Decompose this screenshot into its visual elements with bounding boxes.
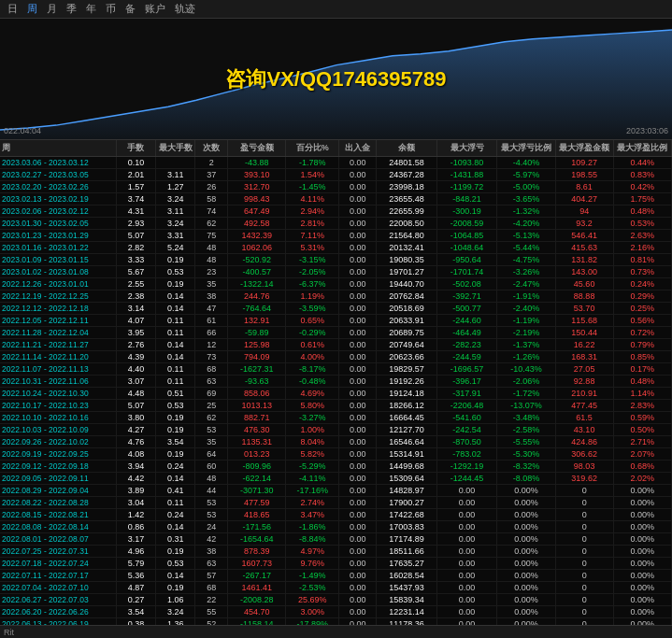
table-row[interactable]: 2022.12.05 - 2022.12.114.070.1161132.910… xyxy=(0,315,672,327)
nav-week[interactable]: 周 xyxy=(27,2,37,16)
col-header-trades: 次数 xyxy=(195,140,228,157)
table-cell: -2.06% xyxy=(497,376,555,388)
table-cell: 0.00 xyxy=(436,594,497,606)
table-row[interactable]: 2023.01.23 - 2023.01.295.073.31751432.39… xyxy=(0,230,672,242)
table-row[interactable]: 2022.10.10 - 2022.10.163.800.1962882.71-… xyxy=(0,412,672,424)
table-container[interactable]: 周 手数 最大手数 次数 盈亏金额 百分比% 出入金 余额 最大浮亏 最大浮亏比… xyxy=(0,140,672,638)
table-row[interactable]: 2022.12.12 - 2022.12.183.140.1447-764.64… xyxy=(0,303,672,315)
table-cell: 1461.41 xyxy=(228,582,286,594)
nav-account[interactable]: 账户 xyxy=(145,2,165,16)
table-cell: 5.07 xyxy=(116,400,155,412)
table-cell: 013.23 xyxy=(228,448,286,461)
table-row[interactable]: 2022.12.26 - 2023.01.012.550.1935-1322.1… xyxy=(0,278,672,291)
table-cell: 0.81% xyxy=(613,254,671,266)
table-row[interactable]: 2022.09.19 - 2022.09.254.080.1964013.235… xyxy=(0,448,672,461)
table-row[interactable]: 2022.07.25 - 2022.07.314.960.1938878.394… xyxy=(0,546,672,558)
table-cell: 312.70 xyxy=(228,181,286,193)
table-row[interactable]: 2023.02.06 - 2023.02.124.313.1174647.492… xyxy=(0,206,672,218)
table-cell: 2.83% xyxy=(613,400,671,412)
table-cell: 2023.01.16 - 2023.01.22 xyxy=(0,242,116,254)
table-row[interactable]: 2022.09.12 - 2022.09.183.940.2460-809.96… xyxy=(0,461,672,473)
nav-track[interactable]: 轨迹 xyxy=(175,2,195,16)
bottom-text: Rit xyxy=(4,628,14,637)
table-cell: 0.17% xyxy=(613,363,671,376)
table-row[interactable]: 2022.08.29 - 2022.09.043.890.4144-3071.3… xyxy=(0,485,672,497)
table-cell: 647.49 xyxy=(228,206,286,218)
table-cell: 418.65 xyxy=(228,509,286,521)
table-cell: 1.14% xyxy=(613,388,671,400)
table-cell: 20749.64 xyxy=(377,339,437,351)
table-cell: 0.53 xyxy=(156,400,195,412)
table-cell: 2022.07.11 - 2022.07.17 xyxy=(0,570,116,582)
table-cell: 0.50% xyxy=(613,424,671,436)
table-row[interactable]: 2023.02.20 - 2023.02.261.571.2726312.70-… xyxy=(0,181,672,193)
table-row[interactable]: 2023.03.06 - 2023.03.120.102-43.88-1.78%… xyxy=(0,157,672,169)
table-cell: -5.97% xyxy=(497,169,555,181)
table-cell: 454.70 xyxy=(228,606,286,618)
table-row[interactable]: 2023.02.13 - 2023.02.193.743.2458998.434… xyxy=(0,193,672,206)
table-cell: 0 xyxy=(555,497,613,509)
table-row[interactable]: 2023.01.30 - 2023.02.052.933.2462492.582… xyxy=(0,218,672,230)
table-cell: 0.00% xyxy=(497,582,555,594)
table-cell: 168.31 xyxy=(555,351,613,363)
table-row[interactable]: 2022.11.07 - 2022.11.134.400.1168-1627.3… xyxy=(0,363,672,376)
table-row[interactable]: 2023.01.09 - 2023.01.153.330.1948-520.92… xyxy=(0,254,672,266)
table-cell: 2022.08.08 - 2022.08.14 xyxy=(0,521,116,533)
nav-year[interactable]: 年 xyxy=(86,2,96,16)
table-row[interactable]: 2023.01.02 - 2023.01.085.670.5323-400.57… xyxy=(0,266,672,278)
table-row[interactable]: 2023.01.16 - 2023.01.222.825.24481062.06… xyxy=(0,242,672,254)
table-row[interactable]: 2022.10.24 - 2022.10.304.480.5169858.064… xyxy=(0,388,672,400)
table-row[interactable]: 2022.10.31 - 2022.11.063.070.1163-93.63-… xyxy=(0,376,672,388)
table-cell: -1199.72 xyxy=(436,181,497,193)
table-cell: 0.53 xyxy=(156,266,195,278)
nav-day[interactable]: 日 xyxy=(7,2,18,16)
table-cell: 2022.10.03 - 2022.10.09 xyxy=(0,424,116,436)
nav-backup[interactable]: 备 xyxy=(125,2,136,16)
table-cell: 66 xyxy=(195,327,228,339)
nav-quarter[interactable]: 季 xyxy=(66,2,77,16)
table-cell: 75 xyxy=(195,230,228,242)
table-row[interactable]: 2023.02.27 - 2023.03.052.013.1137393.101… xyxy=(0,169,672,181)
table-cell: 858.06 xyxy=(228,388,286,400)
table-row[interactable]: 2022.06.20 - 2022.06.263.543.2455454.703… xyxy=(0,606,672,618)
table-cell: 150.44 xyxy=(555,327,613,339)
table-cell: 19192.26 xyxy=(377,376,437,388)
table-row[interactable]: 2022.12.19 - 2022.12.252.380.1438244.761… xyxy=(0,291,672,303)
nav-month[interactable]: 月 xyxy=(47,2,57,16)
nav-currency[interactable]: 币 xyxy=(106,2,116,16)
table-cell: 0.00% xyxy=(613,497,671,509)
table-cell: 0.00 xyxy=(339,278,377,291)
table-row[interactable]: 2022.08.08 - 2022.08.140.860.1424-171.56… xyxy=(0,521,672,533)
table-cell: 0.72% xyxy=(613,327,671,339)
table-cell: 0.19 xyxy=(156,412,195,424)
table-cell: 393.10 xyxy=(228,169,286,181)
table-row[interactable]: 2022.10.17 - 2022.10.235.070.53251013.13… xyxy=(0,400,672,412)
table-row[interactable]: 2022.08.15 - 2022.08.211.420.2453418.653… xyxy=(0,509,672,521)
table-row[interactable]: 2022.07.11 - 2022.07.175.360.1457-267.17… xyxy=(0,570,672,582)
table-cell: 4.40 xyxy=(116,363,155,376)
table-row[interactable]: 2022.10.03 - 2022.10.094.270.1953476.301… xyxy=(0,424,672,436)
table-row[interactable]: 2022.09.26 - 2022.10.024.763.54351135.31… xyxy=(0,436,672,448)
table-row[interactable]: 2022.09.05 - 2022.09.114.420.1448-622.14… xyxy=(0,473,672,485)
table-row[interactable]: 2022.07.18 - 2022.07.245.790.53631607.73… xyxy=(0,558,672,570)
table-cell: 0.53 xyxy=(156,558,195,570)
table-cell: 27.05 xyxy=(555,363,613,376)
table-row[interactable]: 2022.11.28 - 2022.12.043.950.1166-59.89-… xyxy=(0,327,672,339)
table-cell: 2022.06.20 - 2022.06.26 xyxy=(0,606,116,618)
table-cell: -267.17 xyxy=(228,570,286,582)
table-row[interactable]: 2022.08.22 - 2022.08.283.040.1153477.592… xyxy=(0,497,672,509)
table-row[interactable]: 2022.06.27 - 2022.07.030.271.0622-2008.2… xyxy=(0,594,672,606)
table-cell: 2022.09.26 - 2022.10.02 xyxy=(0,436,116,448)
table-cell: -1093.80 xyxy=(436,157,497,169)
table-row[interactable]: 2022.07.04 - 2022.07.104.870.19681461.41… xyxy=(0,582,672,594)
table-row[interactable]: 2022.11.14 - 2022.11.204.390.1473794.094… xyxy=(0,351,672,363)
table-cell: 4.96 xyxy=(116,546,155,558)
table-cell: 1.42 xyxy=(116,509,155,521)
table-row[interactable]: 2022.08.01 - 2022.08.073.170.3142-1654.6… xyxy=(0,533,672,546)
table-cell: 3.80 xyxy=(116,412,155,424)
table-cell: 0.00 xyxy=(339,594,377,606)
table-cell: -1627.31 xyxy=(228,363,286,376)
table-cell: 0.00% xyxy=(497,546,555,558)
table-row[interactable]: 2022.11.21 - 2022.11.272.760.1412125.980… xyxy=(0,339,672,351)
table-cell: 3.11 xyxy=(156,169,195,181)
